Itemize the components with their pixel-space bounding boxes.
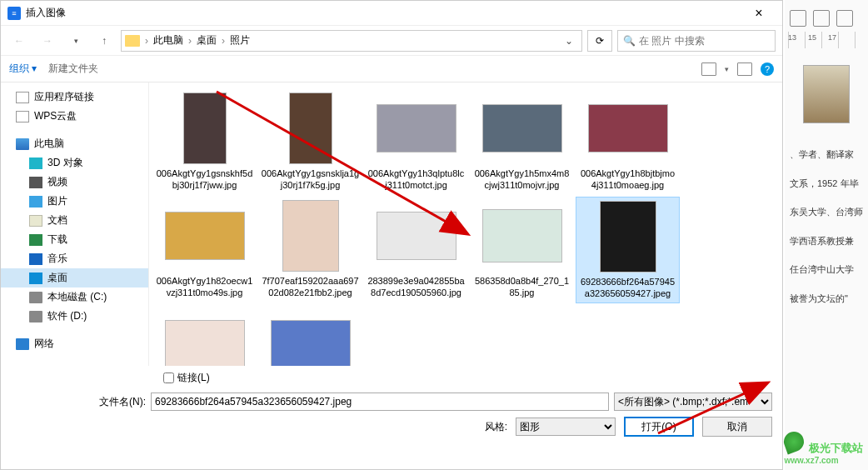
thumbnail — [271, 308, 351, 366]
search-icon: 🔍 — [623, 35, 636, 47]
nav-forward-button[interactable]: → — [36, 29, 59, 52]
sidebar-item-label: 软件 (D:) — [47, 309, 87, 323]
link-option-row: 链接(L) — [1, 366, 782, 389]
file-item[interactable]: 586358d0a8b4f_270_185.jpg — [470, 197, 574, 304]
folder-icon — [125, 35, 140, 47]
titlebar: ≡ 插入图像 × — [1, 1, 782, 26]
file-item[interactable]: 006AkgtYgy1gsnsklja1gj30rj1f7k5g.jpg — [258, 89, 362, 195]
file-name-label: 006AkgtYgy1gsnskhf5dbj30rj1f7jww.jpg — [156, 168, 254, 192]
file-item[interactable]: 006AkgtYgy1gsnskhf5dbj30rj1f7jww.jpg — [152, 89, 257, 195]
sidebar-item[interactable]: 网络 — [1, 334, 148, 353]
desk-icon — [29, 272, 42, 284]
file-item[interactable]: 69283666bf264a57945a323656059427.jpeg — [576, 197, 680, 304]
filename-label: 文件名(N): — [99, 395, 146, 409]
app-icon — [813, 10, 830, 27]
sidebar-item[interactable]: 应用程序链接 — [1, 88, 148, 107]
sidebar-item[interactable]: 软件 (D:) — [1, 307, 148, 326]
nav-up-button[interactable]: ↑ — [92, 29, 116, 52]
sidebar-item-label: 图片 — [47, 194, 67, 208]
disk-icon — [29, 311, 42, 322]
breadcrumb-item[interactable]: 桌面 — [193, 33, 220, 48]
doc-text: 被誉为文坛的" — [788, 284, 865, 313]
breadcrumb-item[interactable]: 此电脑 — [150, 33, 187, 48]
filename-input[interactable] — [151, 392, 609, 411]
file-item[interactable]: 283899e3e9a042855ba8d7ecd190505960.jpg — [364, 197, 468, 304]
file-item[interactable]: u=2373878772,28967890538&fm=253&fmt=auto… — [258, 305, 362, 366]
sidebar: 应用程序链接WPS云盘此电脑3D 对象视频图片文档下载音乐桌面本地磁盘 (C:)… — [1, 82, 149, 366]
file-item[interactable]: 006AkgtYgy1h3qlptu8lcj311t0motct.jpg — [364, 89, 468, 195]
view-dropdown-icon[interactable]: ▾ — [725, 65, 729, 73]
file-item[interactable]: 006AkgtYgy1h8bjtbjmo4j311t0moaeg.jpg — [576, 89, 680, 195]
open-button[interactable]: 打开(O) — [624, 417, 694, 437]
file-icon — [16, 92, 29, 103]
sidebar-item[interactable]: 下载 — [1, 230, 148, 249]
sidebar-item[interactable]: 图片 — [1, 192, 148, 211]
view-mode-button[interactable] — [701, 62, 716, 76]
file-name-label: 006AkgtYgy1h5mx4m8cjwj311t0mojvr.jpg — [473, 168, 571, 192]
breadcrumb-item[interactable]: 照片 — [227, 33, 253, 48]
format-dropdown[interactable]: 图形 — [516, 418, 616, 436]
file-grid[interactable]: 006AkgtYgy1gsnskhf5dbj30rj1f7jww.jpg006A… — [149, 82, 782, 366]
sidebar-item[interactable]: 视频 — [1, 172, 148, 192]
file-name-label: 006AkgtYgy1h8bjtbjmo4j311t0moaeg.jpg — [579, 168, 677, 192]
dialog-title: 插入图像 — [26, 6, 742, 20]
search-input[interactable] — [639, 35, 770, 47]
file-icon — [16, 111, 29, 122]
doc-text: 东吴大学、台湾师 — [788, 198, 865, 227]
new-folder-button[interactable]: 新建文件夹 — [48, 62, 98, 76]
link-checkbox[interactable] — [163, 372, 174, 383]
close-button[interactable]: × — [742, 1, 776, 26]
file-name-label: 586358d0a8b4f_270_185.jpg — [473, 275, 571, 299]
thumbnail — [165, 308, 245, 366]
video-icon — [29, 177, 42, 188]
nav-dropdown-button[interactable]: ▾ — [64, 29, 87, 52]
pc-icon — [16, 138, 29, 150]
preview-pane-button[interactable] — [737, 62, 752, 76]
sidebar-item[interactable]: 音乐 — [1, 249, 148, 268]
refresh-button[interactable]: ⟳ — [587, 30, 612, 52]
doc-text: 文系，1952 年毕 — [788, 169, 865, 198]
file-item[interactable]: 006AkgtYgy1h82oecw1vzj311t0mo49s.jpg — [152, 197, 257, 304]
sidebar-item[interactable]: 此电脑 — [1, 134, 148, 153]
sidebar-item-label: 文档 — [47, 213, 67, 228]
sidebar-item-label: 本地磁盘 (C:) — [47, 290, 107, 304]
dialog-icon: ≡ — [7, 7, 21, 20]
breadcrumb[interactable]: › 此电脑 › 桌面 › 照片 ⌄ — [121, 30, 582, 52]
breadcrumb-dropdown[interactable]: ⌄ — [560, 35, 578, 47]
file-item[interactable]: 006AkgtYgy1h5mx4m8cjwj311t0mojvr.jpg — [470, 89, 574, 195]
cancel-button[interactable]: 取消 — [702, 417, 772, 437]
organize-button[interactable]: 组织 ▾ — [9, 62, 37, 76]
file-name-label: 006AkgtYgy1gsnsklja1gj30rj1f7k5g.jpg — [262, 168, 360, 192]
thumbnail — [482, 92, 562, 164]
help-button[interactable]: ? — [761, 62, 774, 76]
sidebar-item-label: 下载 — [47, 232, 67, 247]
thumbnail — [588, 201, 668, 272]
watermark: 极光下载站 www.xz7.com — [784, 432, 863, 465]
sidebar-item-label: 应用程序链接 — [34, 90, 94, 104]
sidebar-item[interactable]: 3D 对象 — [1, 153, 148, 172]
watermark-icon — [781, 429, 807, 455]
cube-icon — [29, 158, 42, 169]
toolbar: 组织 ▾ 新建文件夹 ▾ ? — [1, 56, 782, 82]
sidebar-item[interactable]: WPS云盘 — [1, 107, 148, 126]
disk-icon — [29, 292, 42, 303]
sidebar-item-label: 视频 — [47, 175, 67, 189]
sidebar-item-label: 桌面 — [47, 271, 67, 285]
doc-text: 任台湾中山大学 — [788, 255, 865, 284]
sidebar-item[interactable]: 文档 — [1, 211, 148, 230]
file-item[interactable]: 7f707eaf159202aaa69702d082e21fbb2.jpeg — [258, 197, 362, 304]
watermark-text: 极光下载站 — [809, 442, 863, 454]
format-label: 风格: — [485, 420, 507, 434]
sidebar-item[interactable]: 本地磁盘 (C:) — [1, 288, 148, 307]
thumbnail — [165, 200, 245, 272]
search-box[interactable]: 🔍 — [617, 30, 776, 52]
ruler: 131517 — [788, 32, 865, 48]
thumbnail — [588, 92, 668, 164]
sidebar-item[interactable]: 桌面 — [1, 268, 148, 288]
doc-text: 学西语系教授兼 — [788, 227, 865, 256]
filter-dropdown[interactable]: <所有图像> (*.bmp;*.dxf;*.em — [614, 392, 772, 411]
nav-back-button[interactable]: ← — [7, 29, 31, 52]
pic-icon — [29, 196, 42, 208]
file-item[interactable]: ea1f04f0d1b635273ed0497ba0240612.jpg — [152, 305, 257, 366]
app-icon — [836, 10, 853, 27]
